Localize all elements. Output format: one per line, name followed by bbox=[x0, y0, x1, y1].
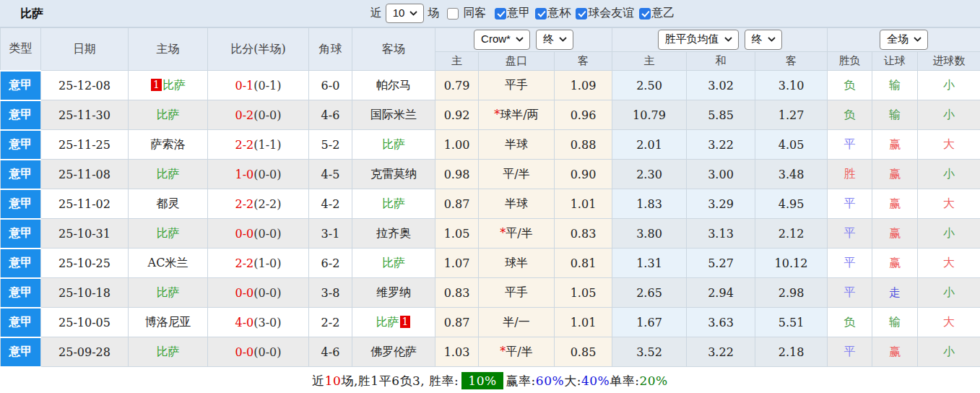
corner-cell: 4-6 bbox=[309, 100, 352, 130]
avg-draw-cell: 3.22 bbox=[687, 130, 755, 160]
ah-home-odds-cell: 1.07 bbox=[435, 249, 479, 278]
result-cell: 平 bbox=[828, 249, 872, 278]
away-team-cell: 拉齐奥 bbox=[352, 219, 435, 249]
summary-segment: 单率: bbox=[610, 373, 639, 389]
summary-segment: 赢率: bbox=[506, 373, 536, 389]
odds-time-select[interactable]: 终 bbox=[536, 30, 573, 49]
handicap-cell: 半球 bbox=[479, 189, 555, 219]
score-cell: 0-1(0-1) bbox=[208, 71, 309, 100]
handicap-cell: *平/半 bbox=[479, 337, 555, 367]
corner-cell: 3-8 bbox=[309, 278, 352, 308]
away-team-cell: 帕尔马 bbox=[352, 71, 435, 100]
col-header-away: 客场 bbox=[352, 28, 435, 71]
date-cell: 25-10-18 bbox=[41, 278, 129, 308]
odds-company-select[interactable]: Crow* bbox=[474, 30, 530, 49]
ah-home-odds-cell: 0.83 bbox=[435, 278, 479, 308]
league-cell: 意甲 bbox=[1, 130, 41, 160]
home-team-cell: 博洛尼亚 bbox=[129, 308, 208, 337]
away-team-cell: 比萨 bbox=[352, 249, 435, 278]
league-filter-label: 意甲 bbox=[507, 6, 530, 21]
league-filter-label: 球会友谊 bbox=[588, 6, 634, 21]
handicap-result-cell: 赢 bbox=[872, 189, 918, 219]
rank-badge: 1 bbox=[400, 316, 411, 328]
table-row: 意甲25-12-081比萨0-1(0-1)6-0帕尔马0.79平手1.092.5… bbox=[1, 71, 980, 100]
away-team-cell: 国际米兰 bbox=[352, 100, 435, 130]
score-cell: 1-0(0-0) bbox=[208, 160, 309, 189]
sub-header-handicap: 盘口 bbox=[479, 52, 555, 71]
league-cell: 意甲 bbox=[1, 337, 41, 367]
handicap-result-cell: 输 bbox=[872, 308, 918, 337]
home-team-cell: 1比萨 bbox=[129, 71, 208, 100]
league-cell: 意甲 bbox=[1, 219, 41, 249]
handicap-result-cell: 输 bbox=[872, 71, 918, 100]
avg-home-cell: 3.80 bbox=[612, 219, 687, 249]
same-opponent-label: 同客 bbox=[463, 6, 486, 21]
goals-cell: 大 bbox=[918, 130, 980, 160]
match-count-select[interactable]: 10 bbox=[386, 4, 425, 23]
handicap-cell: *平/半 bbox=[479, 219, 555, 249]
avg-draw-cell: 3.63 bbox=[687, 308, 755, 337]
avg-away-cell: 2.98 bbox=[755, 278, 828, 308]
table-row: 意甲25-10-25AC米兰2-2(1-0)6-2比萨1.07球半0.811.3… bbox=[1, 249, 980, 278]
chevron-down-icon bbox=[768, 37, 776, 42]
corner-cell: 2-2 bbox=[309, 308, 352, 337]
handicap-result-cell: 赢 bbox=[872, 337, 918, 367]
home-team-cell: 比萨 bbox=[129, 219, 208, 249]
league-filter-checkbox[interactable] bbox=[535, 8, 547, 20]
date-cell: 25-11-30 bbox=[41, 100, 129, 130]
col-header-home: 主场 bbox=[129, 28, 208, 71]
date-cell: 25-11-02 bbox=[41, 189, 129, 219]
avg-draw-cell: 3.13 bbox=[687, 219, 755, 249]
ah-home-odds-cell: 1.00 bbox=[435, 130, 479, 160]
league-cell: 意甲 bbox=[1, 249, 41, 278]
summary-segment: 大: bbox=[564, 373, 581, 389]
league-filter-label: 意杯 bbox=[547, 6, 571, 21]
corner-cell: 6-0 bbox=[309, 71, 352, 100]
score-cell: 0-0(0-0) bbox=[208, 337, 309, 367]
goals-cell: 小 bbox=[918, 100, 980, 130]
away-team-cell: 克雷莫纳 bbox=[352, 160, 435, 189]
handicap-cell: 半/一 bbox=[479, 308, 555, 337]
league-filter-checkbox[interactable] bbox=[639, 8, 651, 20]
league-filter-list: 意甲意杯球会友谊意乙 bbox=[490, 6, 675, 21]
league-filter-checkbox[interactable] bbox=[495, 8, 506, 20]
home-team-cell: AC米兰 bbox=[129, 249, 208, 278]
home-team-cell: 比萨 bbox=[129, 160, 208, 189]
ah-away-odds-cell: 0.83 bbox=[555, 219, 612, 249]
date-cell: 25-10-05 bbox=[41, 308, 129, 337]
avg-time-select[interactable]: 终 bbox=[745, 30, 782, 49]
league-filter-checkbox[interactable] bbox=[576, 8, 587, 20]
handicap-result-cell: 输 bbox=[872, 100, 918, 130]
corner-cell: 6-2 bbox=[309, 249, 352, 278]
table-row: 意甲25-10-18比萨0-0(0-0)3-8维罗纳0.83平手1.052.65… bbox=[1, 278, 980, 308]
sub-header-handicap-result: 让球 bbox=[872, 52, 918, 71]
goals-cell: 小 bbox=[918, 337, 980, 367]
sub-header-goals: 进球数 bbox=[918, 52, 980, 71]
avg-draw-cell: 3.22 bbox=[687, 337, 755, 367]
home-team-cell: 都灵 bbox=[129, 189, 208, 219]
avg-away-cell: 5.51 bbox=[755, 308, 828, 337]
page-title: 比萨 bbox=[20, 7, 43, 22]
sub-header-avg-away: 客 bbox=[755, 52, 828, 71]
same-opponent-checkbox[interactable] bbox=[447, 8, 459, 20]
avg-away-cell: 1.27 bbox=[755, 100, 828, 130]
avg-type-select[interactable]: 胜平负均值 bbox=[658, 30, 739, 49]
goals-cell: 大 bbox=[918, 189, 980, 219]
avg-draw-cell: 5.27 bbox=[687, 249, 755, 278]
ah-away-odds-cell: 0.96 bbox=[555, 100, 612, 130]
avg-home-cell: 1.31 bbox=[612, 249, 687, 278]
score-cell: 2-2(1-0) bbox=[208, 249, 309, 278]
ah-away-odds-cell: 0.81 bbox=[555, 249, 612, 278]
result-cell: 平 bbox=[828, 130, 872, 160]
handicap-result-cell: 走 bbox=[872, 278, 918, 308]
corner-cell: 3-1 bbox=[309, 219, 352, 249]
home-team-cell: 萨索洛 bbox=[129, 130, 208, 160]
col-header-type: 类型 bbox=[1, 28, 41, 71]
avg-draw-cell: 3.00 bbox=[687, 160, 755, 189]
away-team-cell: 维罗纳 bbox=[352, 278, 435, 308]
ah-away-odds-cell: 1.05 bbox=[555, 278, 612, 308]
col-header-corner: 角球 bbox=[309, 28, 352, 71]
scope-select[interactable]: 全场 bbox=[880, 30, 928, 49]
avg-draw-cell: 3.29 bbox=[687, 189, 755, 219]
summary-segment: 10% bbox=[461, 372, 503, 389]
